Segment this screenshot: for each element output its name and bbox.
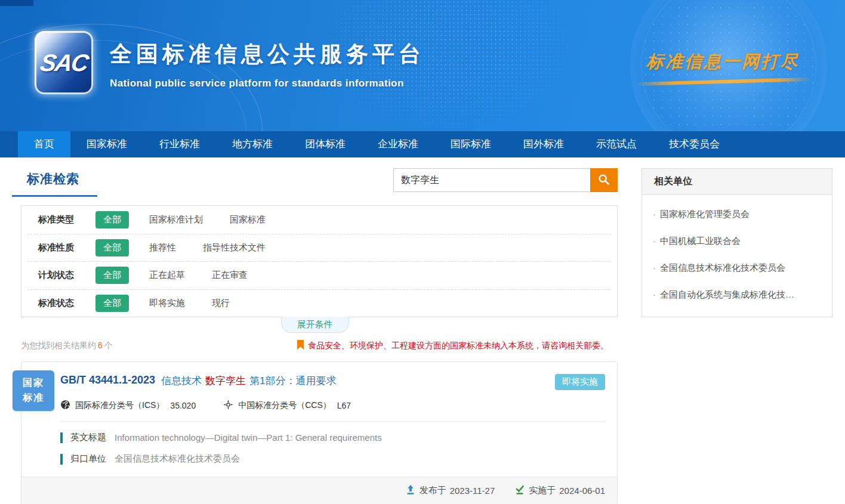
bookmark-icon bbox=[297, 340, 308, 352]
result-info-row: 为您找到相关结果约6个 食品安全、环境保护、工程建设方面的国家标准未纳入本系统，… bbox=[21, 340, 609, 352]
filter-option[interactable]: 推荐性 bbox=[149, 242, 176, 253]
related-unit-label: 全国信息技术标准化技术委员会 bbox=[660, 262, 785, 273]
result-card: 国家 标准 GB/T 43441.1-2023 信息技术 数字孪生 第1部分：通… bbox=[21, 361, 618, 504]
standard-title-highlight[interactable]: 数字孪生 bbox=[205, 374, 246, 388]
filter-all-button[interactable]: 全部 bbox=[95, 295, 129, 312]
ccs-meta: 中国标准分类号（CCS） L67 bbox=[223, 400, 351, 412]
filter-row-standard-type: 标准类型 全部 国家标准计划 国家标准 bbox=[27, 206, 611, 234]
card-meta-row: 国际标准分类号（ICS） 35.020 bbox=[60, 400, 605, 412]
result-count: 为您找到相关结果约6个 bbox=[21, 341, 113, 351]
search-icon bbox=[597, 173, 610, 188]
standard-code-link[interactable]: GB/T 43441.1-2023 bbox=[60, 374, 155, 386]
filter-all-button[interactable]: 全部 bbox=[95, 239, 129, 256]
search-input[interactable] bbox=[393, 168, 590, 192]
site-title: 全国标准信息公共服务平台 bbox=[110, 39, 425, 69]
ics-meta: 国际标准分类号（ICS） 35.020 bbox=[60, 400, 196, 412]
main-content: 标准检索 标准类型 全部 国家标准计划 bbox=[0, 157, 845, 504]
nav-item-group-standards[interactable]: 团体标准 bbox=[289, 131, 362, 157]
filter-row-standard-nature: 标准性质 全部 推荐性 指导性技术文件 bbox=[27, 234, 611, 262]
search-button[interactable] bbox=[590, 168, 618, 192]
published-date-item: 发布于 2023-11-27 bbox=[406, 485, 495, 497]
search-column: 标准检索 标准类型 全部 国家标准计划 bbox=[12, 168, 618, 504]
teal-marker bbox=[60, 454, 63, 465]
nav-item-international-standards[interactable]: 国际标准 bbox=[434, 131, 507, 157]
teal-marker bbox=[60, 432, 63, 443]
ccs-value: L67 bbox=[337, 401, 351, 410]
filter-option[interactable]: 正在起草 bbox=[149, 270, 185, 281]
publish-icon bbox=[406, 485, 420, 497]
nav-item-local-standards[interactable]: 地方标准 bbox=[216, 131, 289, 157]
department-row: 归口单位 全国信息技术标准化技术委员会 bbox=[60, 453, 605, 465]
related-unit-label: 全国自动化系统与集成标准化技… bbox=[660, 289, 794, 299]
bullet: · bbox=[653, 236, 656, 246]
result-count-suffix: 个 bbox=[104, 341, 113, 350]
filter-all-button[interactable]: 全部 bbox=[95, 267, 129, 284]
filter-row-standard-status: 标准状态 全部 即将实施 现行 bbox=[27, 289, 611, 317]
filter-label: 标准性质 bbox=[38, 242, 95, 253]
check-icon bbox=[515, 485, 529, 497]
slogan-block: 标准信息一网打尽 bbox=[633, 50, 812, 84]
english-title-row: 英文标题 Information technology—Digital twin… bbox=[60, 432, 605, 443]
implemented-date: 2024-06-01 bbox=[559, 486, 605, 496]
nav-item-pilot[interactable]: 示范试点 bbox=[580, 131, 653, 157]
related-unit-link[interactable]: ·国家标准化管理委员会 bbox=[653, 201, 821, 228]
badge-line2: 标准 bbox=[23, 391, 44, 406]
related-units-title: 相关单位 bbox=[642, 169, 832, 195]
expand-conditions-button[interactable]: 展开条件 bbox=[281, 317, 349, 333]
standard-title-post[interactable]: 第1部分：通用要求 bbox=[249, 374, 336, 388]
related-units-box: 相关单位 ·国家标准化管理委员会 ·中国机械工业联合会 ·全国信息技术标准化技术… bbox=[642, 168, 832, 317]
section-title: 标准检索 bbox=[27, 172, 79, 185]
english-title-label: 英文标题 bbox=[70, 432, 106, 443]
filter-all-button[interactable]: 全部 bbox=[95, 211, 129, 228]
nav-item-foreign-standards[interactable]: 国外标准 bbox=[507, 131, 580, 157]
sidebar: 相关单位 ·国家标准化管理委员会 ·中国机械工业联合会 ·全国信息技术标准化技术… bbox=[642, 168, 832, 504]
standard-title-pre[interactable]: 信息技术 bbox=[161, 374, 202, 388]
related-unit-label: 国家标准化管理委员会 bbox=[660, 209, 750, 219]
national-standard-badge[interactable]: 国家 标准 bbox=[13, 370, 54, 411]
nav-item-home[interactable]: 首页 bbox=[18, 131, 70, 157]
sac-logo: SAC bbox=[35, 31, 93, 94]
badge-line1: 国家 bbox=[23, 376, 44, 391]
nav-item-enterprise-standards[interactable]: 企业标准 bbox=[362, 131, 434, 157]
nav-item-industry-standards[interactable]: 行业标准 bbox=[143, 131, 216, 157]
department-label: 归口单位 bbox=[70, 453, 106, 465]
english-title-value: Information technology—Digital twin—Part… bbox=[115, 432, 382, 443]
bullet: · bbox=[653, 262, 656, 273]
notice-text: 食品安全、环境保护、工程建设方面的国家标准未纳入本系统，请咨询相关部委。 bbox=[308, 341, 609, 351]
card-divider bbox=[60, 421, 605, 422]
ccs-label: 中国标准分类号（CCS） bbox=[238, 400, 331, 411]
filter-option[interactable]: 正在审查 bbox=[212, 270, 248, 281]
published-label: 发布于 bbox=[420, 485, 446, 496]
brand-text: 全国标准信息公共服务平台 National public service pla… bbox=[110, 31, 425, 89]
published-date: 2023-11-27 bbox=[450, 486, 495, 496]
filter-label: 标准状态 bbox=[38, 298, 95, 309]
related-unit-link[interactable]: ·全国自动化系统与集成标准化技… bbox=[653, 282, 821, 308]
tab-standard-search[interactable]: 标准检索 bbox=[12, 168, 97, 197]
sac-logo-text: SAC bbox=[38, 50, 90, 76]
implemented-date-item: 实施于 2024-06-01 bbox=[515, 485, 605, 497]
filter-option[interactable]: 国家标准计划 bbox=[149, 214, 203, 225]
status-badge[interactable]: 即将实施 bbox=[555, 374, 605, 390]
related-units-list: ·国家标准化管理委员会 ·中国机械工业联合会 ·全国信息技术标准化技术委员会 ·… bbox=[642, 195, 832, 317]
filter-option[interactable]: 现行 bbox=[212, 298, 230, 309]
filter-row-plan-status: 计划状态 全部 正在起草 正在审查 bbox=[27, 261, 611, 289]
nav-item-national-standards[interactable]: 国家标准 bbox=[70, 131, 143, 157]
filter-panel: 标准类型 全部 国家标准计划 国家标准 标准性质 全部 推荐性 指导性技术文件 … bbox=[21, 205, 618, 317]
filter-option[interactable]: 即将实施 bbox=[149, 298, 185, 309]
related-unit-link[interactable]: ·全国信息技术标准化技术委员会 bbox=[653, 255, 821, 282]
department-value: 全国信息技术标准化技术委员会 bbox=[115, 453, 240, 465]
globe-icon bbox=[60, 400, 75, 412]
implemented-label: 实施于 bbox=[529, 485, 556, 496]
filter-option[interactable]: 指导性技术文件 bbox=[203, 242, 266, 253]
filter-option[interactable]: 国家标准 bbox=[230, 214, 266, 225]
filter-label: 计划状态 bbox=[38, 270, 95, 281]
ics-value: 35.020 bbox=[170, 401, 196, 410]
search-group bbox=[393, 168, 618, 192]
bullet: · bbox=[653, 209, 656, 219]
related-unit-label: 中国机械工业联合会 bbox=[660, 236, 741, 246]
result-count-prefix: 为您找到相关结果约 bbox=[21, 341, 96, 350]
related-unit-link[interactable]: ·中国机械工业联合会 bbox=[653, 228, 821, 255]
bullet: · bbox=[653, 289, 656, 299]
site-subtitle: National public service platform for sta… bbox=[110, 78, 425, 89]
nav-item-technical-committee[interactable]: 技术委员会 bbox=[653, 131, 736, 157]
